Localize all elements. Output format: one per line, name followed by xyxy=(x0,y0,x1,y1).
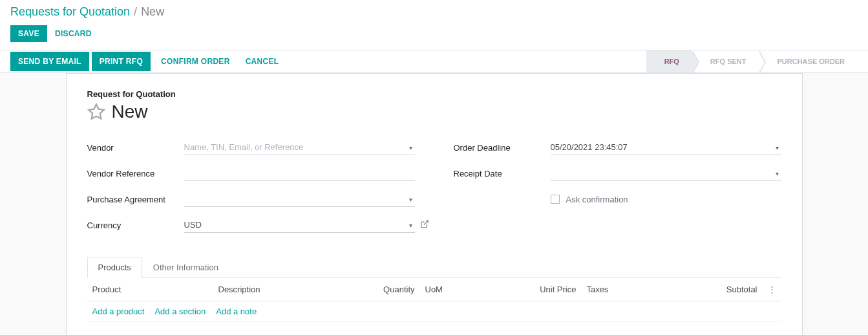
cancel-button[interactable]: CANCEL xyxy=(238,52,287,71)
col-uom: UoM xyxy=(420,278,530,301)
currency-input[interactable] xyxy=(184,217,415,233)
ask-confirmation-label: Ask confirmation xyxy=(566,195,628,204)
save-button[interactable]: SAVE xyxy=(10,25,47,42)
col-subtotal: Subtotal xyxy=(698,278,763,301)
col-taxes: Taxes xyxy=(582,278,698,301)
col-product: Product xyxy=(87,278,213,301)
breadcrumb: Requests for Quotation / New xyxy=(10,5,858,19)
currency-label: Currency xyxy=(87,221,184,230)
vendor-reference-label: Vendor Reference xyxy=(87,169,184,178)
star-icon[interactable] xyxy=(87,103,105,121)
add-note-link[interactable]: Add a note xyxy=(216,307,257,316)
svg-line-1 xyxy=(423,221,427,224)
breadcrumb-current: New xyxy=(141,5,164,19)
page-title: New xyxy=(112,102,148,122)
breadcrumb-parent[interactable]: Requests for Quotation xyxy=(10,5,130,19)
col-description: Description xyxy=(213,278,375,301)
ask-confirmation-checkbox[interactable] xyxy=(551,195,560,204)
breadcrumb-separator: / xyxy=(134,5,137,19)
vendor-label: Vendor xyxy=(87,143,184,153)
order-deadline-input[interactable] xyxy=(551,140,781,155)
purchase-agreement-input[interactable] xyxy=(184,191,415,207)
add-section-link[interactable]: Add a section xyxy=(154,307,206,316)
send-by-email-button[interactable]: SEND BY EMAIL xyxy=(10,52,89,71)
vendor-reference-input[interactable] xyxy=(184,166,415,181)
svg-marker-0 xyxy=(89,104,103,118)
status-step-rfq-sent[interactable]: RFQ SENT xyxy=(692,50,759,72)
table-row: Add a product Add a section Add a note xyxy=(87,301,781,322)
receipt-date-input[interactable] xyxy=(551,166,781,181)
status-step-purchase-order[interactable]: PURCHASE ORDER xyxy=(759,50,858,72)
tab-other-information[interactable]: Other Information xyxy=(142,257,229,278)
print-rfq-button[interactable]: PRINT RFQ xyxy=(92,52,151,71)
vendor-input[interactable] xyxy=(184,140,415,155)
col-quantity: Quantity xyxy=(375,278,420,301)
kebab-icon[interactable]: ⋮ xyxy=(763,278,781,301)
confirm-order-button[interactable]: CONFIRM ORDER xyxy=(153,52,238,71)
form-title-label: Request for Quotation xyxy=(87,89,781,99)
tab-products[interactable]: Products xyxy=(87,257,142,278)
purchase-agreement-label: Purchase Agreement xyxy=(87,195,184,204)
order-deadline-label: Order Deadline xyxy=(454,143,551,153)
add-product-link[interactable]: Add a product xyxy=(92,307,145,316)
discard-button[interactable]: DISCARD xyxy=(55,29,92,38)
receipt-date-label: Receipt Date xyxy=(454,169,551,178)
col-unit-price: Unit Price xyxy=(530,278,582,301)
status-step-rfq[interactable]: RFQ xyxy=(646,50,692,72)
external-link-icon[interactable] xyxy=(420,220,429,231)
tabs: Products Other Information xyxy=(87,257,781,278)
status-bar: RFQ RFQ SENT PURCHASE ORDER xyxy=(646,50,858,72)
table-row xyxy=(87,322,781,336)
